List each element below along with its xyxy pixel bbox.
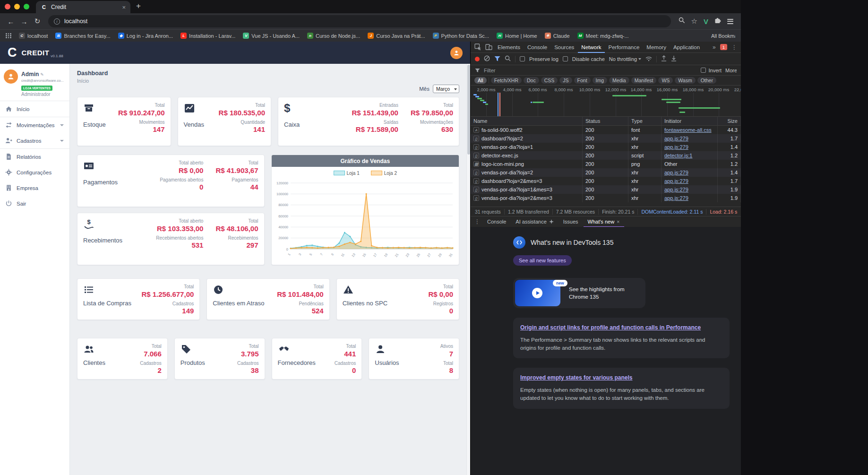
chip-font[interactable]: Font xyxy=(574,77,591,84)
tab-sources[interactable]: Sources xyxy=(551,42,577,53)
tab-network[interactable]: Network xyxy=(578,42,604,53)
tab-memory[interactable]: Memory xyxy=(643,42,670,53)
tab-application[interactable]: Application xyxy=(670,42,703,53)
initiator-link[interactable]: app.js:279 xyxy=(664,178,688,184)
network-conditions-icon[interactable] xyxy=(645,55,652,63)
apps-grid-icon[interactable] xyxy=(6,33,11,38)
error-count-badge[interactable]: 1 xyxy=(720,44,727,50)
window-minimize-button[interactable] xyxy=(14,4,20,9)
bookmark-item[interactable]: ◆Log in - Jira Anron... xyxy=(118,33,173,39)
chip-js[interactable]: JS xyxy=(559,77,572,84)
network-request-row[interactable]: dashboard?loja=2&mes=3 200 xhr app.js:27… xyxy=(471,177,741,185)
chip-other[interactable]: Other xyxy=(697,77,716,84)
site-info-icon[interactable]: i xyxy=(54,18,60,25)
network-request-row[interactable]: vendas-por-dia?loja=2 200 xhr app.js:279… xyxy=(471,168,741,177)
tab-elements[interactable]: Elements xyxy=(494,42,524,53)
chip-ws[interactable]: WS xyxy=(658,77,673,84)
more-tabs-icon[interactable]: » xyxy=(711,44,718,51)
bookmark-item[interactable]: MMeet: mdg-zfwq-... xyxy=(577,33,629,39)
highlights-card[interactable]: new See the highlights from Chrome 135 xyxy=(513,278,645,308)
reload-icon[interactable]: ↻ xyxy=(31,15,43,27)
chip-wasm[interactable]: Wasm xyxy=(675,77,695,84)
disable-cache-checkbox[interactable] xyxy=(563,56,568,61)
initiator-link[interactable]: app.js:279 xyxy=(664,170,688,175)
scrollbar-thumb[interactable] xyxy=(467,65,470,155)
window-maximize-button[interactable] xyxy=(24,4,29,9)
section-heading-link[interactable]: Improved empty states for various panels xyxy=(520,374,722,382)
network-request-row[interactable]: vendas-por-dia?loja=1&mes=3 200 xhr app.… xyxy=(471,185,741,194)
chip-img[interactable]: Img xyxy=(593,77,608,84)
sidebar-item-configuracoes[interactable]: Configurações xyxy=(0,164,69,180)
address-bar[interactable]: i localhost xyxy=(48,15,671,27)
network-request-row[interactable]: fa-solid-900.woff2 200 font fontawesome-… xyxy=(471,126,741,134)
chip-fetch-xhr[interactable]: Fetch/XHR xyxy=(491,77,522,84)
record-icon[interactable] xyxy=(475,57,480,61)
device-toolbar-icon[interactable] xyxy=(483,43,494,52)
month-select[interactable]: Março xyxy=(433,85,459,93)
export-har-icon[interactable] xyxy=(671,55,677,63)
filter-funnel-icon[interactable] xyxy=(494,55,500,63)
initiator-link[interactable]: app.js:279 xyxy=(664,144,688,150)
browser-menu-icon[interactable] xyxy=(727,19,733,24)
drawer-menu-icon[interactable]: ⋮ xyxy=(473,218,482,225)
all-bookmarks-button[interactable]: All Bookmarks xyxy=(709,33,735,39)
bookmark-item[interactable]: PPython for Data Sc... xyxy=(433,33,490,39)
bookmark-item[interactable]: JCurso Java na Prát... xyxy=(368,33,425,39)
filter-input[interactable]: Filter xyxy=(484,68,697,73)
sidebar-item-sair[interactable]: Sair xyxy=(0,196,69,211)
chip-doc[interactable]: Doc xyxy=(524,77,539,84)
bookmark-item[interactable]: VVue JS - Usando A... xyxy=(243,33,300,39)
more-filters-button[interactable]: More filters xyxy=(725,68,737,73)
column-status[interactable]: Status xyxy=(583,117,628,125)
see-all-features-button[interactable]: See all new features xyxy=(513,255,572,266)
close-icon[interactable]: × xyxy=(617,219,619,225)
drawer-tab-issues[interactable]: Issues xyxy=(559,216,583,227)
network-request-row[interactable]: detector-exec.js 200 script detector.js:… xyxy=(471,151,741,160)
preserve-log-checkbox[interactable] xyxy=(520,56,525,61)
network-request-row[interactable]: vendas-por-dia?loja=1 200 xhr app.js:279… xyxy=(471,143,741,151)
search-icon[interactable] xyxy=(505,55,511,63)
network-request-row[interactable]: dashboard?loja=2 200 xhr app.js:279 1.7 xyxy=(471,134,741,143)
chip-media[interactable]: Media xyxy=(609,77,629,84)
network-overview-timeline[interactable]: 2,000 ms 4,000 ms 6,000 ms 8,000 ms 10,0… xyxy=(471,86,741,117)
bookmark-item[interactable]: ✳Claude xyxy=(545,33,570,39)
chip-manifest[interactable]: Manifest xyxy=(631,77,657,84)
drawer-tab-ai-assistance[interactable]: AI assistance xyxy=(511,216,558,227)
throttling-select[interactable]: No throttling xyxy=(609,56,641,62)
initiator-link[interactable]: fontawesome-all.css xyxy=(664,127,712,133)
avatar[interactable] xyxy=(4,69,18,84)
bookmark-item[interactable]: nCurso de Node.js... xyxy=(307,33,360,39)
invert-checkbox[interactable] xyxy=(701,68,706,73)
new-tab-button[interactable]: + xyxy=(136,1,141,11)
sidebar-item-inicio[interactable]: Início xyxy=(0,101,69,117)
chip-all[interactable]: All xyxy=(474,77,487,84)
bookmark-item[interactable]: LInstallation - Larav... xyxy=(180,33,235,39)
browser-tab[interactable]: C Credit × xyxy=(36,1,130,13)
header-avatar[interactable] xyxy=(450,47,463,59)
tab-console[interactable]: Console xyxy=(524,42,550,53)
import-har-icon[interactable] xyxy=(661,55,667,63)
drawer-tab-console[interactable]: Console xyxy=(483,216,510,227)
sidebar-item-cadastros[interactable]: Cadastros xyxy=(0,133,69,148)
initiator-link[interactable]: app.js:279 xyxy=(664,195,688,201)
sidebar-item-empresa[interactable]: Empresa xyxy=(0,180,69,196)
vue-devtools-icon[interactable]: V xyxy=(704,17,708,26)
inspect-element-icon[interactable] xyxy=(473,43,483,52)
play-icon[interactable] xyxy=(532,288,542,298)
drawer-tab-whats-new[interactable]: What's new× xyxy=(584,216,624,227)
sidebar-item-movimentacoes[interactable]: Movimentações xyxy=(0,117,69,133)
chip-css[interactable]: CSS xyxy=(541,77,558,84)
devtools-menu-icon[interactable]: ⋮ xyxy=(730,44,739,51)
window-close-button[interactable] xyxy=(5,4,10,9)
clear-icon[interactable] xyxy=(484,55,490,63)
edit-pencil-icon[interactable]: ✎ xyxy=(40,72,44,77)
bookmark-star-icon[interactable]: ☆ xyxy=(691,17,697,26)
column-name[interactable]: Name xyxy=(471,117,583,125)
initiator-link[interactable]: app.js:279 xyxy=(664,136,688,141)
network-request-row[interactable]: vendas-por-dia?loja=2&mes=3 200 xhr app.… xyxy=(471,194,741,202)
section-heading-link[interactable]: Origin and script links for profile and … xyxy=(520,324,722,332)
column-size[interactable]: Size xyxy=(718,117,741,125)
bookmark-item[interactable]: HHome | Home xyxy=(497,33,537,39)
column-type[interactable]: Type xyxy=(628,117,662,125)
initiator-link[interactable]: detector.js:1 xyxy=(664,153,692,158)
